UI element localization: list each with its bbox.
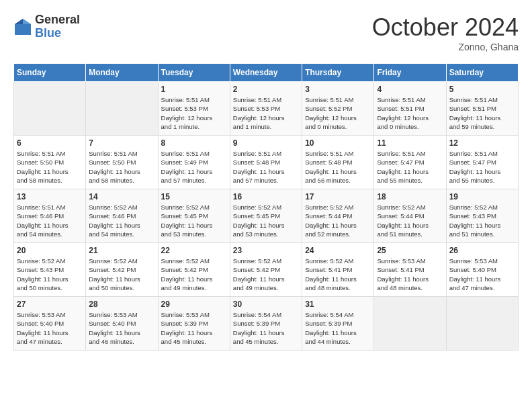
day-info: Sunrise: 5:53 AMSunset: 5:41 PMDaylight:… [377, 257, 443, 292]
calendar-cell: 2Sunrise: 5:51 AMSunset: 5:53 PMDaylight… [230, 82, 302, 136]
day-number: 5 [449, 85, 515, 94]
day-info: Sunrise: 5:51 AMSunset: 5:46 PMDaylight:… [17, 203, 83, 238]
calendar-cell: 25Sunrise: 5:53 AMSunset: 5:41 PMDayligh… [374, 243, 446, 297]
column-header-sunday: Sunday [14, 64, 86, 82]
day-info: Sunrise: 5:51 AMSunset: 5:50 PMDaylight:… [89, 149, 154, 185]
day-info: Sunrise: 5:51 AMSunset: 5:48 PMDaylight:… [305, 149, 371, 185]
day-info: Sunrise: 5:51 AMSunset: 5:50 PMDaylight:… [17, 149, 83, 185]
column-header-monday: Monday [86, 64, 158, 82]
day-info: Sunrise: 5:52 AMSunset: 5:41 PMDaylight:… [305, 257, 371, 292]
calendar-cell: 8Sunrise: 5:51 AMSunset: 5:49 PMDaylight… [158, 136, 230, 189]
calendar-cell: 31Sunrise: 5:54 AMSunset: 5:39 PMDayligh… [302, 297, 374, 351]
day-info: Sunrise: 5:51 AMSunset: 5:51 PMDaylight:… [377, 95, 443, 131]
header-row: SundayMondayTuesdayWednesdayThursdayFrid… [14, 64, 519, 82]
column-header-tuesday: Tuesday [158, 64, 230, 82]
day-number: 22 [161, 246, 227, 255]
day-info: Sunrise: 5:51 AMSunset: 5:47 PMDaylight:… [449, 149, 515, 185]
week-row-5: 27Sunrise: 5:53 AMSunset: 5:40 PMDayligh… [14, 297, 519, 351]
day-number: 27 [17, 300, 83, 309]
day-info: Sunrise: 5:52 AMSunset: 5:43 PMDaylight:… [449, 203, 515, 238]
calendar-cell [446, 297, 518, 351]
calendar-cell: 3Sunrise: 5:51 AMSunset: 5:52 PMDaylight… [302, 82, 374, 136]
calendar-cell: 19Sunrise: 5:52 AMSunset: 5:43 PMDayligh… [446, 189, 518, 243]
day-info: Sunrise: 5:51 AMSunset: 5:48 PMDaylight:… [233, 149, 299, 185]
calendar-cell [374, 297, 446, 351]
day-number: 4 [377, 85, 443, 94]
logo-text: General Blue [35, 13, 80, 40]
title-block: October 2024 Zonno, Ghana [372, 13, 519, 52]
calendar-cell: 26Sunrise: 5:53 AMSunset: 5:40 PMDayligh… [446, 243, 518, 297]
day-number: 25 [377, 246, 443, 255]
day-number: 13 [17, 192, 83, 201]
calendar-cell: 20Sunrise: 5:52 AMSunset: 5:43 PMDayligh… [14, 243, 86, 297]
calendar-cell: 15Sunrise: 5:52 AMSunset: 5:45 PMDayligh… [158, 189, 230, 243]
day-number: 7 [89, 138, 154, 148]
day-info: Sunrise: 5:51 AMSunset: 5:47 PMDaylight:… [377, 149, 443, 185]
day-number: 24 [305, 246, 371, 255]
day-number: 8 [161, 138, 227, 148]
day-info: Sunrise: 5:53 AMSunset: 5:40 PMDaylight:… [17, 310, 83, 346]
calendar-cell: 4Sunrise: 5:51 AMSunset: 5:51 PMDaylight… [374, 82, 446, 136]
calendar-cell: 27Sunrise: 5:53 AMSunset: 5:40 PMDayligh… [14, 297, 86, 351]
calendar-cell: 14Sunrise: 5:52 AMSunset: 5:46 PMDayligh… [86, 189, 158, 243]
calendar-cell: 24Sunrise: 5:52 AMSunset: 5:41 PMDayligh… [302, 243, 374, 297]
day-info: Sunrise: 5:52 AMSunset: 5:44 PMDaylight:… [377, 203, 443, 238]
calendar-cell: 11Sunrise: 5:51 AMSunset: 5:47 PMDayligh… [374, 136, 446, 189]
calendar-cell: 16Sunrise: 5:52 AMSunset: 5:45 PMDayligh… [230, 189, 302, 243]
day-info: Sunrise: 5:52 AMSunset: 5:44 PMDaylight:… [305, 203, 371, 238]
day-number: 20 [17, 246, 83, 255]
logo-blue: Blue [35, 27, 80, 40]
calendar-cell: 1Sunrise: 5:51 AMSunset: 5:53 PMDaylight… [158, 82, 230, 136]
day-number: 28 [89, 300, 154, 309]
day-number: 14 [89, 192, 154, 201]
svg-marker-1 [23, 19, 31, 24]
logo: General Blue [13, 13, 80, 40]
column-header-saturday: Saturday [446, 64, 518, 82]
calendar-cell: 7Sunrise: 5:51 AMSunset: 5:50 PMDaylight… [86, 136, 158, 189]
day-number: 1 [161, 85, 227, 94]
day-info: Sunrise: 5:53 AMSunset: 5:39 PMDaylight:… [161, 310, 227, 346]
week-row-1: 1Sunrise: 5:51 AMSunset: 5:53 PMDaylight… [14, 82, 519, 136]
location: Zonno, Ghana [372, 42, 519, 52]
month-title: October 2024 [372, 13, 519, 42]
day-number: 21 [89, 246, 154, 255]
logo-icon [13, 17, 32, 36]
calendar-cell: 12Sunrise: 5:51 AMSunset: 5:47 PMDayligh… [446, 136, 518, 189]
day-info: Sunrise: 5:51 AMSunset: 5:51 PMDaylight:… [449, 95, 515, 131]
day-number: 2 [233, 85, 299, 94]
day-number: 17 [305, 192, 371, 201]
day-info: Sunrise: 5:52 AMSunset: 5:42 PMDaylight:… [161, 257, 227, 292]
logo-general: General [35, 13, 80, 27]
calendar-cell [14, 82, 86, 136]
calendar-cell: 6Sunrise: 5:51 AMSunset: 5:50 PMDaylight… [14, 136, 86, 189]
day-number: 11 [377, 138, 443, 148]
day-number: 15 [161, 192, 227, 201]
column-header-thursday: Thursday [302, 64, 374, 82]
day-number: 10 [305, 138, 371, 148]
day-info: Sunrise: 5:51 AMSunset: 5:49 PMDaylight:… [161, 149, 227, 185]
day-info: Sunrise: 5:52 AMSunset: 5:45 PMDaylight:… [161, 203, 227, 238]
day-info: Sunrise: 5:52 AMSunset: 5:42 PMDaylight:… [233, 257, 299, 292]
day-number: 29 [161, 300, 227, 309]
day-info: Sunrise: 5:51 AMSunset: 5:53 PMDaylight:… [161, 95, 227, 131]
day-number: 31 [305, 300, 371, 309]
calendar-cell: 13Sunrise: 5:51 AMSunset: 5:46 PMDayligh… [14, 189, 86, 243]
day-number: 18 [377, 192, 443, 201]
day-number: 6 [17, 138, 83, 148]
day-info: Sunrise: 5:53 AMSunset: 5:40 PMDaylight:… [449, 257, 515, 292]
calendar-cell: 18Sunrise: 5:52 AMSunset: 5:44 PMDayligh… [374, 189, 446, 243]
calendar-cell: 22Sunrise: 5:52 AMSunset: 5:42 PMDayligh… [158, 243, 230, 297]
day-number: 12 [449, 138, 515, 148]
day-info: Sunrise: 5:52 AMSunset: 5:42 PMDaylight:… [89, 257, 154, 292]
day-info: Sunrise: 5:52 AMSunset: 5:45 PMDaylight:… [233, 203, 299, 238]
day-info: Sunrise: 5:54 AMSunset: 5:39 PMDaylight:… [233, 310, 299, 346]
calendar-cell: 5Sunrise: 5:51 AMSunset: 5:51 PMDaylight… [446, 82, 518, 136]
day-number: 26 [449, 246, 515, 255]
day-number: 30 [233, 300, 299, 309]
day-info: Sunrise: 5:53 AMSunset: 5:40 PMDaylight:… [89, 310, 154, 346]
day-info: Sunrise: 5:51 AMSunset: 5:53 PMDaylight:… [233, 95, 299, 131]
day-number: 9 [233, 138, 299, 148]
day-info: Sunrise: 5:52 AMSunset: 5:46 PMDaylight:… [89, 203, 154, 238]
calendar-cell: 9Sunrise: 5:51 AMSunset: 5:48 PMDaylight… [230, 136, 302, 189]
calendar-cell: 21Sunrise: 5:52 AMSunset: 5:42 PMDayligh… [86, 243, 158, 297]
